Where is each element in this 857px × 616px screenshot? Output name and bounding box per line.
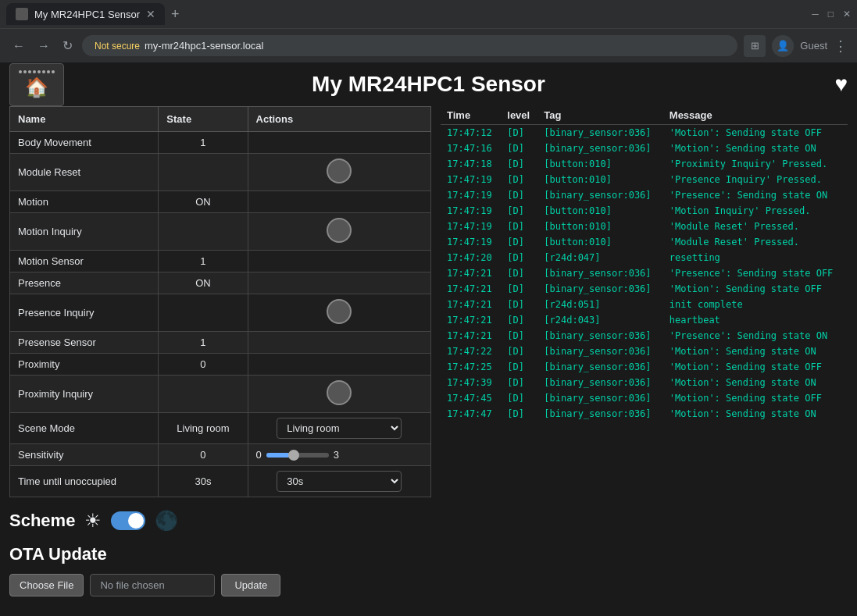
sensor-name: Time until unoccupied: [10, 466, 159, 497]
log-tag: [binary_sensor:036]: [537, 328, 663, 344]
sensor-name: Presence Inquiry: [10, 294, 159, 332]
tab-favicon: [16, 8, 28, 20]
table-row: Presence Inquiry: [10, 294, 431, 332]
browser-menu-button[interactable]: ⋮: [834, 37, 848, 55]
log-row: 17:47:21[D][r24d:051]init complete: [441, 297, 848, 312]
log-row: 17:47:21[D][r24d:043]heartbeat: [441, 312, 848, 328]
log-level: [D]: [501, 328, 537, 344]
ota-section: OTA Update Choose File No file chosen Up…: [9, 544, 848, 596]
new-tab-button[interactable]: +: [168, 3, 183, 26]
back-button[interactable]: ←: [9, 36, 28, 56]
sensor-action[interactable]: [248, 154, 430, 191]
action-dropdown[interactable]: 30s60s120s: [277, 471, 402, 492]
log-level: [D]: [501, 281, 537, 297]
address-input[interactable]: Not secure my-mr24hpc1-sensor.local: [82, 35, 737, 56]
log-row: 17:47:21[D][binary_sensor:036]'Presence'…: [441, 328, 848, 344]
log-level: [D]: [501, 187, 537, 203]
log-time: 17:47:21: [441, 265, 501, 281]
log-tag: [binary_sensor:036]: [537, 281, 663, 297]
ota-controls: Choose File No file chosen Update: [9, 574, 848, 596]
log-row: 17:47:21[D][binary_sensor:036]'Presence'…: [441, 265, 848, 281]
active-tab[interactable]: My MR24HPC1 Sensor ✕: [6, 3, 165, 25]
table-row: Motion Inquiry: [10, 213, 431, 251]
minimize-button[interactable]: ─: [812, 9, 819, 20]
log-time: 17:47:19: [441, 203, 501, 219]
log-message: 'Module Reset' Pressed.: [663, 234, 848, 250]
log-time: 17:47:16: [441, 141, 501, 156]
log-message: 'Presence': Sending state OFF: [663, 265, 848, 281]
log-time: 17:47:12: [441, 125, 501, 141]
action-button[interactable]: [327, 299, 352, 324]
favorite-button[interactable]: ♥: [834, 72, 848, 97]
log-level: [D]: [501, 203, 537, 219]
sensor-action[interactable]: [248, 294, 430, 332]
sensor-action[interactable]: Living roomBedroomOffice: [248, 413, 430, 444]
log-time: 17:47:19: [441, 234, 501, 250]
right-panel: Time level Tag Message 17:47:12[D][binar…: [441, 106, 848, 497]
log-row: 17:47:12[D][binary_sensor:036]'Motion': …: [441, 125, 848, 141]
sensor-table: Name State Actions Body Movement1Module …: [9, 106, 431, 497]
browser-profile-label: Guest: [800, 40, 827, 52]
tab-title: My MR24HPC1 Sensor: [34, 9, 140, 20]
log-message: 'Motion': Sending state OFF: [663, 125, 848, 141]
extensions-button[interactable]: ⊞: [744, 35, 766, 57]
log-col-message: Message: [663, 106, 848, 125]
slider-track[interactable]: [266, 453, 329, 458]
slider-max: 3: [334, 449, 339, 461]
maximize-button[interactable]: □: [828, 9, 834, 20]
sensor-state: [159, 376, 248, 413]
tab-close-button[interactable]: ✕: [146, 8, 155, 20]
log-row: 17:47:21[D][binary_sensor:036]'Motion': …: [441, 281, 848, 297]
sensor-action[interactable]: [248, 213, 430, 251]
sensor-action[interactable]: 30s60s120s: [248, 466, 430, 497]
forward-button[interactable]: →: [34, 36, 53, 56]
sensor-state: 1: [159, 332, 248, 354]
page-content: 🏠 My MR24HPC1 Sensor ♥ Name State Action…: [0, 62, 857, 616]
log-row: 17:47:25[D][binary_sensor:036]'Motion': …: [441, 359, 848, 375]
home-icon-dots: [19, 70, 55, 73]
log-message: heartbeat: [663, 312, 848, 328]
profile-button[interactable]: 👤: [772, 35, 794, 57]
action-button[interactable]: [327, 158, 352, 183]
log-message: 'Presence Inquiry' Pressed.: [663, 172, 848, 187]
log-tag: [button:010]: [537, 234, 663, 250]
table-row: Sensitivity00 3: [10, 444, 431, 466]
log-col-tag: Tag: [537, 106, 663, 125]
not-secure-indicator: Not secure: [95, 41, 140, 52]
scheme-toggle[interactable]: [111, 511, 145, 530]
sensor-action[interactable]: 0 3: [248, 444, 430, 466]
tab-bar: My MR24HPC1 Sensor ✕ +: [6, 3, 805, 26]
slider-fill: [266, 453, 290, 458]
log-tag: [binary_sensor:036]: [537, 141, 663, 156]
log-tag: [binary_sensor:036]: [537, 359, 663, 375]
moon-icon: 🌑: [155, 510, 178, 532]
address-text: my-mr24hpc1-sensor.local: [145, 40, 263, 52]
choose-file-button[interactable]: Choose File: [9, 574, 84, 596]
sensor-name: Presense Sensor: [10, 332, 159, 354]
log-level: [D]: [501, 141, 537, 156]
sensor-state: Living room: [159, 413, 248, 444]
action-button[interactable]: [327, 380, 352, 405]
sensor-name: Proximity Inquiry: [10, 376, 159, 413]
address-bar: ← → ↻ Not secure my-mr24hpc1-sensor.loca…: [0, 28, 857, 62]
action-dropdown[interactable]: Living roomBedroomOffice: [277, 418, 402, 439]
table-row: Proximity0: [10, 354, 431, 376]
log-tag: [binary_sensor:036]: [537, 406, 663, 422]
action-button[interactable]: [327, 218, 352, 243]
log-row: 17:47:19[D][button:010]'Presence Inquiry…: [441, 172, 848, 187]
log-message: 'Motion': Sending state OFF: [663, 281, 848, 297]
log-tag: [button:010]: [537, 172, 663, 187]
log-time: 17:47:21: [441, 297, 501, 312]
sensor-action[interactable]: [248, 376, 430, 413]
slider-thumb[interactable]: [288, 450, 299, 461]
log-level: [D]: [501, 219, 537, 234]
refresh-button[interactable]: ↻: [59, 35, 76, 56]
update-button[interactable]: Update: [221, 574, 280, 596]
log-col-time: Time: [441, 106, 501, 125]
sensor-name: Presence: [10, 272, 159, 294]
log-tag: [r24d:051]: [537, 297, 663, 312]
log-level: [D]: [501, 265, 537, 281]
close-button[interactable]: ✕: [843, 9, 851, 20]
log-tag: [r24d:043]: [537, 312, 663, 328]
page-header: 🏠 My MR24HPC1 Sensor ♥: [9, 72, 848, 97]
